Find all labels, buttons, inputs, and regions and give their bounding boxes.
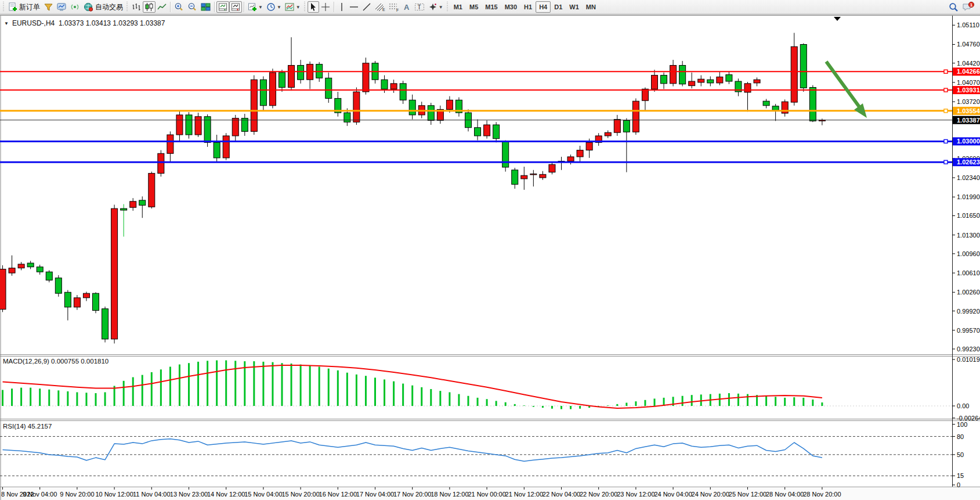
svg-text:1.03387: 1.03387 — [957, 117, 980, 124]
auto-trading-label: 自动交易 — [95, 2, 123, 12]
toolbar-separator — [334, 2, 334, 12]
line-chart-button[interactable] — [156, 1, 168, 13]
tile-windows-icon — [201, 2, 211, 12]
notifications-button[interactable]: 1 — [960, 1, 977, 13]
bar-chart-button[interactable] — [130, 1, 143, 13]
templates-button[interactable]: ▼ — [283, 1, 302, 13]
toolbar-grip[interactable] — [303, 2, 306, 12]
arrows-button[interactable]: ▼ — [426, 1, 445, 13]
equidistant-channel-button[interactable]: E — [373, 1, 387, 13]
trendline-icon — [362, 2, 371, 12]
timeframe-button-d1[interactable]: D1 — [551, 1, 566, 13]
text-label-button[interactable]: T — [413, 1, 426, 13]
auto-trading-button[interactable]: 自动交易 — [82, 1, 125, 13]
svg-text:50: 50 — [957, 451, 964, 458]
data-window-button[interactable] — [216, 1, 229, 13]
svg-text:0.00: 0.00 — [957, 402, 969, 409]
crosshair-button[interactable] — [319, 1, 332, 13]
clock-icon — [266, 2, 276, 12]
svg-text:1.03000: 1.03000 — [957, 138, 980, 145]
timeframe-button-m30[interactable]: M30 — [501, 1, 520, 13]
svg-text:1.00260: 1.00260 — [957, 289, 980, 296]
chevron-down-icon: ▼ — [258, 5, 263, 10]
chart-window-button[interactable] — [55, 1, 68, 13]
cursor-icon — [309, 2, 317, 12]
svg-text:0.99570: 0.99570 — [957, 327, 980, 334]
timeframe-button-w1[interactable]: W1 — [566, 1, 583, 13]
svg-text:0.99230: 0.99230 — [957, 346, 980, 352]
horizontal-line-icon — [349, 2, 359, 12]
svg-text:0: 0 — [957, 481, 960, 488]
timeframe-button-h4[interactable]: H4 — [536, 1, 551, 13]
fibonacci-button[interactable]: F — [387, 1, 401, 13]
new-order-icon — [8, 2, 17, 12]
timeframe-button-m15[interactable]: M15 — [482, 1, 501, 13]
toolbar-separator — [214, 2, 215, 12]
svg-text:1.00960: 1.00960 — [957, 250, 980, 257]
one-click-trading-arrow-icon[interactable]: ▼ — [4, 21, 9, 26]
notification-badge: 1 — [970, 2, 973, 8]
text-label-icon: T — [414, 2, 425, 12]
svg-text:1.04070: 1.04070 — [957, 79, 980, 86]
periods-button[interactable]: ▼ — [265, 1, 283, 13]
svg-text:28 Nov 04:00: 28 Nov 04:00 — [766, 491, 804, 498]
new-order-button[interactable]: 新订单 — [6, 1, 42, 13]
signals-button[interactable] — [68, 1, 82, 13]
symbol-period-label: EURUSD-,H4 — [12, 19, 55, 27]
timeframe-button-m1[interactable]: M1 — [450, 1, 466, 13]
toolbar-separator — [170, 2, 171, 12]
market-depth-button[interactable] — [42, 1, 55, 13]
horizontal-line-button[interactable] — [348, 1, 360, 13]
svg-text:1.02340: 1.02340 — [957, 174, 980, 181]
toolbar-grip[interactable] — [446, 2, 449, 12]
zoom-out-button[interactable] — [186, 1, 199, 13]
zoom-in-icon — [174, 2, 184, 12]
chart-canvas[interactable]: 1.051101.047601.044201.040701.037201.033… — [0, 15, 980, 500]
monitor-chart-icon — [57, 2, 67, 12]
timeframe-button-h1[interactable]: H1 — [520, 1, 536, 13]
auto-trading-icon — [84, 2, 93, 12]
svg-text:1.01990: 1.01990 — [957, 193, 980, 200]
svg-text:0.010191: 0.010191 — [957, 356, 980, 363]
zoom-in-button[interactable] — [172, 1, 186, 13]
candlestick-chart-button[interactable] — [143, 1, 156, 13]
timeframe-button-mn[interactable]: MN — [583, 1, 599, 13]
signal-icon — [70, 2, 80, 12]
svg-text:1.00610: 1.00610 — [957, 269, 980, 276]
indicator-window-button[interactable] — [229, 1, 242, 13]
svg-text:1.04266: 1.04266 — [957, 68, 980, 75]
svg-text:15: 15 — [957, 472, 964, 479]
new-order-label: 新订单 — [19, 2, 40, 12]
svg-text:1.01300: 1.01300 — [957, 232, 980, 239]
svg-text:15 Nov 04:00: 15 Nov 04:00 — [244, 491, 282, 498]
toolbar-grip[interactable] — [2, 2, 5, 12]
vertical-line-button[interactable] — [336, 1, 348, 13]
tile-windows-button[interactable] — [199, 1, 212, 13]
svg-text:16 Nov 12:00: 16 Nov 12:00 — [319, 491, 357, 498]
timeframe-button-m5[interactable]: M5 — [466, 1, 482, 13]
add-indicator-button[interactable]: ▼ — [246, 1, 265, 13]
zoom-out-icon — [187, 2, 197, 12]
data-window-icon — [218, 2, 227, 12]
toolbar-grip[interactable] — [126, 2, 129, 12]
arrows-icon — [428, 2, 437, 12]
timeframe-toolbar: M1M5M15M30H1H4D1W1MN — [450, 1, 599, 13]
svg-text:80: 80 — [957, 433, 964, 440]
svg-text:21 Nov 12:00: 21 Nov 12:00 — [505, 491, 543, 498]
rsi-indicator-label: RSI(14) 45.2157 — [3, 423, 52, 430]
svg-text:17 Nov 20:00: 17 Nov 20:00 — [393, 491, 431, 498]
cursor-button[interactable] — [308, 1, 319, 13]
search-button[interactable] — [947, 1, 960, 13]
text-button[interactable]: A — [401, 1, 413, 13]
trendline-button[interactable] — [360, 1, 373, 13]
svg-text:11 Nov 04:00: 11 Nov 04:00 — [133, 491, 171, 498]
chevron-down-icon: ▼ — [439, 5, 443, 10]
svg-text:1.05110: 1.05110 — [957, 21, 979, 28]
svg-text:22 Nov 04:00: 22 Nov 04:00 — [543, 491, 580, 498]
svg-text:100: 100 — [957, 421, 967, 428]
svg-text:24 Nov 20:00: 24 Nov 20:00 — [692, 491, 729, 498]
svg-text:10 Nov 12:00: 10 Nov 12:00 — [95, 491, 133, 498]
svg-text:0.99920: 0.99920 — [957, 308, 980, 315]
svg-text:1.03931: 1.03931 — [957, 87, 980, 93]
svg-text:13 Nov 23:00: 13 Nov 23:00 — [170, 491, 208, 498]
